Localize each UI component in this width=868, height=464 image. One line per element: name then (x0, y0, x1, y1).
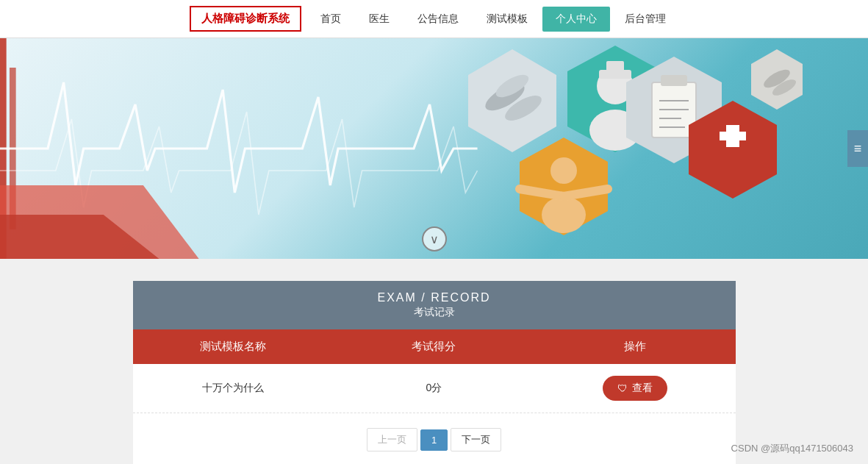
site-title: 人格障碍诊断系统 (190, 6, 301, 32)
table-row: 十万个为什么 0分 🛡 查看 (133, 364, 736, 413)
navigation-bar: 人格障碍诊断系统 首页 医生 公告信息 测试模板 个人中心 后台管理 (0, 0, 868, 38)
svg-rect-20 (661, 75, 687, 86)
nav-home[interactable]: 首页 (307, 7, 354, 32)
nav-announcement[interactable]: 公告信息 (404, 7, 472, 32)
toggle-icon: ≡ (854, 141, 862, 157)
svg-rect-27 (726, 125, 739, 147)
view-button[interactable]: 🛡 查看 (603, 376, 667, 401)
nav-test-template[interactable]: 测试模板 (473, 7, 541, 32)
page-1-button[interactable]: 1 (420, 429, 448, 451)
col-score: 考试得分 (334, 329, 534, 364)
table-header: 测试模板名称 考试得分 操作 (133, 329, 736, 364)
view-button-label: 查看 (632, 382, 653, 395)
row-action-col: 🛡 查看 (534, 364, 735, 413)
prev-page-button[interactable]: 上一页 (367, 428, 417, 451)
col-action: 操作 (534, 329, 735, 364)
next-page-button[interactable]: 下一页 (451, 428, 501, 451)
shield-icon: 🛡 (617, 382, 628, 394)
section-header: EXAM / RECORD 考试记录 (133, 281, 736, 329)
row-score: 0分 (334, 370, 534, 407)
nav-personal-center[interactable]: 个人中心 (542, 7, 610, 32)
hex-decoration (347, 38, 868, 259)
col-template-name: 测试模板名称 (133, 329, 334, 364)
nav-doctor[interactable]: 医生 (356, 7, 403, 32)
section-en-title: EXAM / RECORD (133, 291, 736, 304)
nav-items: 首页 医生 公告信息 测试模板 个人中心 后台管理 (307, 7, 679, 32)
section-cn-title: 考试记录 (133, 306, 736, 319)
main-content: EXAM / RECORD 考试记录 测试模板名称 考试得分 操作 十万个为什么… (133, 281, 736, 464)
svg-point-14 (550, 157, 577, 184)
footer-watermark: CSDN @源码qq1471506043 (731, 442, 853, 455)
sidebar-toggle[interactable]: ≡ (847, 130, 868, 167)
row-template-name: 十万个为什么 (133, 370, 334, 407)
hex-svg (402, 42, 814, 255)
pagination: 上一页 1 下一页 (133, 413, 736, 464)
hero-banner: ≡ ∨ (0, 38, 868, 259)
nav-admin[interactable]: 后台管理 (611, 7, 679, 32)
svg-rect-12 (606, 61, 624, 73)
svg-point-15 (542, 196, 586, 233)
scroll-down-button[interactable]: ∨ (422, 226, 447, 251)
chevron-down-icon: ∨ (430, 232, 439, 246)
